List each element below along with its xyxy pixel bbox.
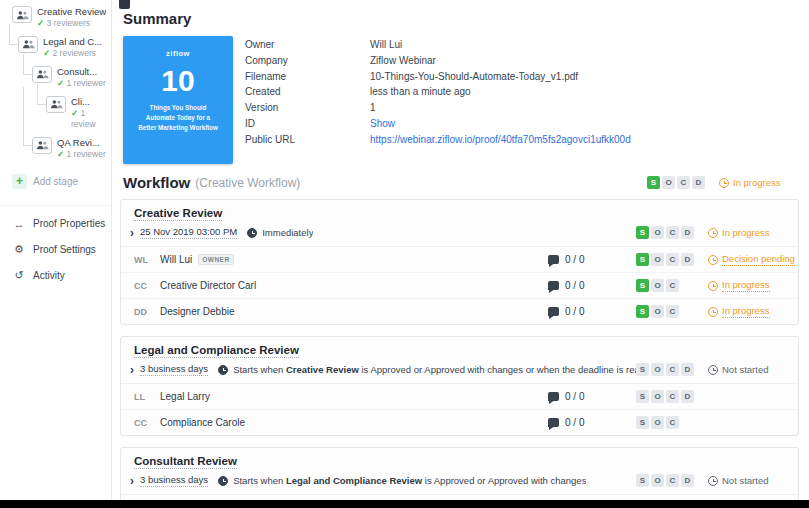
expand-chevron-icon[interactable]: › — [130, 475, 134, 487]
clock-icon — [708, 281, 718, 291]
badge-s: S — [636, 363, 649, 376]
badge-c: C — [666, 474, 679, 487]
expand-chevron-icon[interactable]: › — [130, 227, 134, 239]
stage-card-consultant: Consultant Review › 3 business days Star… — [120, 447, 799, 508]
check-icon: ✓ — [57, 78, 64, 88]
check-icon: ✓ — [71, 108, 78, 118]
comments-count[interactable]: 0 / 0 — [548, 254, 636, 265]
reviewers-icon — [32, 66, 52, 83]
check-icon: ✓ — [57, 149, 64, 159]
workflow-title: Workflow — [123, 174, 190, 191]
clock-icon — [708, 255, 718, 265]
expand-chevron-icon[interactable]: › — [130, 364, 134, 376]
badge-d: D — [681, 253, 694, 266]
stage-deadline[interactable]: 25 Nov 2019 03:00 PM — [140, 226, 237, 239]
toolbar-icon-partial[interactable] — [119, 0, 130, 9]
stage-info-row: › 25 Nov 2019 03:00 PM Immediately S O C… — [121, 223, 798, 247]
workflow-status: In progress — [719, 177, 799, 188]
sidebar-item-proof-properties[interactable]: ↔ Proof Properties — [12, 218, 111, 230]
badge-d: D — [692, 176, 705, 189]
trigger-clock-icon — [247, 228, 257, 238]
reviewer-name: Designer Debbie — [160, 306, 235, 317]
add-stage-button[interactable]: + Add stage — [12, 174, 111, 189]
show-id-link[interactable]: Show — [370, 118, 395, 129]
field-filename: Filename 10-Things-You-Should-Automate-T… — [245, 71, 631, 82]
workflow-subtitle: (Creative Workflow) — [195, 176, 300, 190]
sidebar-nav: ↔ Proof Properties ⚙ Proof Settings ↺ Ac… — [0, 205, 111, 282]
workflow-badges: S O C D — [647, 176, 719, 189]
badge-d: D — [681, 390, 694, 403]
thumbnail-text-line: Automate Today for a — [123, 113, 233, 123]
stage-title[interactable]: Consultant Review — [134, 455, 237, 469]
reviewer-row: WL Will Lui OWNER 0 / 0 S O C D Decision… — [121, 247, 798, 273]
reviewer-initials: CC — [134, 418, 160, 428]
proof-properties-icon: ↔ — [12, 218, 26, 230]
reviewer-status[interactable]: Decision pending — [708, 253, 788, 266]
field-version: Version 1 — [245, 102, 631, 113]
reviewer-badges: S O C — [636, 305, 708, 318]
reviewer-row: CC Creative Director Carl 0 / 0 S O C In… — [121, 273, 798, 299]
stage-title[interactable]: Legal and Compliance Review — [134, 344, 299, 358]
stage-status: In progress — [708, 227, 788, 238]
sidebar-item-proof-settings[interactable]: ⚙ Proof Settings — [12, 243, 111, 256]
clock-icon — [708, 307, 718, 317]
stage-card-creative-review: Creative Review › 25 Nov 2019 03:00 PM I… — [120, 199, 799, 325]
badge-o: O — [651, 253, 664, 266]
sidebar-stage-qa-review[interactable]: QA Revi... ✓ 1 reviewer — [32, 137, 111, 160]
sidebar-item-activity[interactable]: ↺ Activity — [12, 269, 111, 282]
stage-trigger: Starts when Legal and Compliance Review … — [233, 475, 586, 486]
sidebar: Creative Review ✓ 3 reviewers Legal and … — [0, 0, 112, 508]
sidebar-stage-creative-review[interactable]: Creative Review ✓ 3 reviewers — [12, 6, 111, 29]
owner-badge: OWNER — [198, 254, 233, 265]
badge-o: O — [651, 279, 664, 292]
summary-section: Summary ziflow 10 Things You Should Auto… — [113, 0, 809, 164]
badge-c: C — [666, 253, 679, 266]
reviewer-badges: S O C D — [636, 390, 708, 403]
comment-icon — [548, 281, 559, 290]
badge-s: S — [636, 279, 649, 292]
stage-name: Creative Review — [37, 6, 106, 18]
comment-icon — [548, 307, 559, 316]
badge-c: C — [666, 226, 679, 239]
stage-name: Consult... — [57, 66, 106, 78]
thumbnail-number: 10 — [123, 66, 233, 96]
sidebar-stage-client[interactable]: Cli... ✓ 1 review — [46, 96, 111, 130]
comments-count[interactable]: 0 / 0 — [548, 417, 636, 428]
comments-count[interactable]: 0 / 0 — [548, 280, 636, 291]
thumbnail-title-lines: Things You Should Automate Today for a B… — [123, 103, 233, 132]
summary-title: Summary — [123, 10, 799, 27]
stage-badges: S O C D — [636, 474, 708, 487]
comments-count[interactable]: 0 / 0 — [548, 306, 636, 317]
reviewer-status[interactable]: In progress — [708, 305, 788, 318]
trigger-clock-icon — [218, 365, 228, 375]
reviewers-icon — [12, 6, 32, 23]
field-owner: Owner Will Lui — [245, 39, 631, 50]
field-company: Company Ziflow Webinar — [245, 55, 631, 66]
public-url-link[interactable]: https://webinar.ziflow.io/proof/40tfa70m… — [370, 134, 631, 145]
stage-title[interactable]: Creative Review — [134, 207, 222, 221]
reviewer-status[interactable]: In progress — [708, 279, 788, 292]
stage-deadline[interactable]: 3 business days — [140, 363, 208, 376]
badge-s: S — [647, 176, 660, 189]
reviewer-name: Legal Larry — [160, 391, 210, 402]
comments-count[interactable]: 0 / 0 — [548, 391, 636, 402]
badge-o: O — [651, 390, 664, 403]
stage-meta: ✓ 1 review — [71, 108, 111, 130]
stage-info-row: › 3 business days Starts when Creative R… — [121, 360, 798, 384]
stage-deadline[interactable]: 3 business days — [140, 474, 208, 487]
badge-s: S — [636, 226, 649, 239]
stage-meta: ✓ 2 reviewers — [43, 48, 102, 59]
main-content: Summary ziflow 10 Things You Should Auto… — [113, 0, 809, 508]
badge-o: O — [651, 305, 664, 318]
comment-icon — [548, 392, 559, 401]
summary-fields: Owner Will Lui Company Ziflow Webinar Fi… — [245, 36, 631, 164]
field-id: ID Show — [245, 118, 631, 129]
stage-name: Legal and C... — [43, 36, 102, 48]
history-icon: ↺ — [12, 269, 26, 282]
reviewers-icon — [46, 96, 66, 113]
reviewer-initials: DD — [134, 307, 160, 317]
badge-s: S — [636, 305, 649, 318]
gear-icon: ⚙ — [12, 243, 26, 256]
proof-thumbnail[interactable]: ziflow 10 Things You Should Automate Tod… — [123, 36, 233, 164]
badge-c: C — [666, 305, 679, 318]
